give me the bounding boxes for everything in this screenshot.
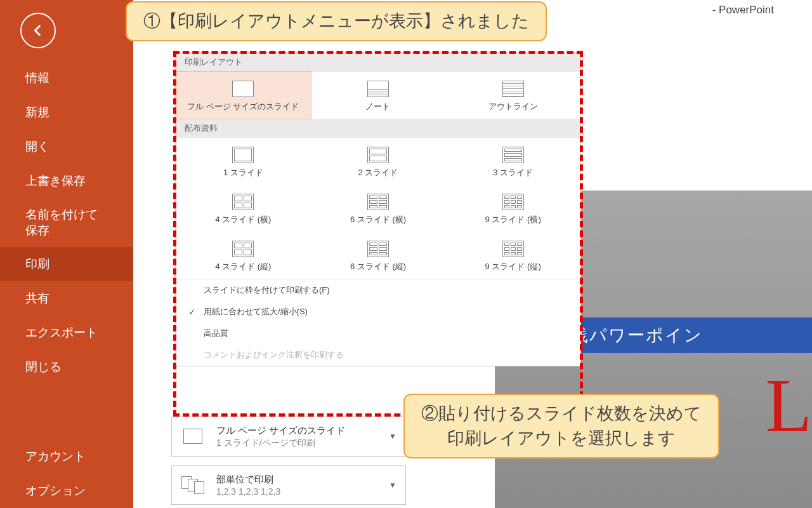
sidebar-item[interactable]: アカウント <box>0 439 133 474</box>
sidebar-item[interactable]: オプション <box>0 474 133 508</box>
sidebar-item[interactable]: 新規 <box>0 95 133 130</box>
option-label: 3 スライド <box>493 167 533 178</box>
handout-option[interactable]: 4 スライド (縦) <box>176 232 311 279</box>
layout-thumb-icon <box>232 81 254 97</box>
annotation-callout-2: ②貼り付けるスライド枚数を決めて 印刷レイアウトを選択します <box>403 394 719 458</box>
handout-thumb-icon <box>232 147 254 163</box>
handout-option[interactable]: 9 スライド (横) <box>445 185 580 232</box>
collate-dropdown[interactable]: 部単位で印刷 1,2,3 1,2,3 1,2,3 ▼ <box>171 465 406 505</box>
slide-decorative-letter: L <box>766 362 812 450</box>
handout-thumb-icon <box>232 241 254 257</box>
sidebar-item[interactable]: 情報 <box>0 61 133 95</box>
handout-option[interactable]: 6 スライド (横) <box>311 185 446 232</box>
option-label: アウトライン <box>488 101 538 112</box>
sidebar-item[interactable]: エクスポート <box>0 316 133 350</box>
handout-option[interactable]: 6 スライド (縦) <box>311 232 446 279</box>
print-option-row[interactable]: スライドに枠を付けて印刷する(F) <box>176 279 580 301</box>
handout-option[interactable]: 2 スライド <box>311 138 446 185</box>
dropdown-line2: 1,2,3 1,2,3 1,2,3 <box>216 486 380 498</box>
collate-icon <box>178 474 207 497</box>
page-icon <box>178 425 207 448</box>
handout-thumb-icon <box>232 194 254 210</box>
handout-thumb-icon <box>502 194 524 210</box>
sidebar-item[interactable]: 印刷 <box>0 247 133 281</box>
print-settings: フル ページ サイズのスライド 1 スライド/ページで印刷 ▼ 部単位で印刷 1… <box>171 417 406 505</box>
handout-thumb-icon <box>367 147 389 163</box>
option-label: 2 スライド <box>358 167 398 178</box>
print-option-row: コメントおよびインク注釈を印刷する <box>176 344 580 366</box>
option-label: 4 スライド (縦) <box>215 261 271 272</box>
annotation-callout-1: ①【印刷レイアウトメニューが表示】されました <box>126 1 547 41</box>
sidebar-item[interactable]: 閉じる <box>0 350 133 384</box>
option-label: 9 スライド (縦) <box>485 261 541 272</box>
dropdown-line1: 部単位で印刷 <box>216 472 380 486</box>
window-title: - PowerPoint <box>712 4 774 17</box>
handout-option[interactable]: 1 スライド <box>176 138 311 185</box>
print-layout-menu: 印刷レイアウト フル ページ サイズのスライドノートアウトライン 配布資料 1 … <box>175 52 581 366</box>
handout-thumb-icon <box>367 241 389 257</box>
section-header-print-layout: 印刷レイアウト <box>176 53 580 72</box>
backstage-sidebar: 情報新規開く上書き保存名前を付けて保存印刷共有エクスポート閉じる アカウントオプ… <box>0 0 133 508</box>
arrow-left-icon <box>29 22 47 39</box>
dropdown-line1: フル ページ サイズのスライド <box>216 424 380 437</box>
layout-option[interactable]: ノート <box>311 72 446 119</box>
option-label: 9 スライド (横) <box>485 214 541 225</box>
option-label: フル ページ サイズのスライド <box>187 101 299 112</box>
layout-option[interactable]: フル ページ サイズのスライド <box>176 72 311 119</box>
section-header-handouts: 配布資料 <box>176 119 580 138</box>
back-button[interactable] <box>20 13 56 48</box>
dropdown-line2: 1 スライド/ページで印刷 <box>216 437 380 450</box>
sidebar-item[interactable]: 名前を付けて保存 <box>0 198 133 247</box>
sidebar-item[interactable]: 共有 <box>0 281 133 316</box>
print-option-row[interactable]: 用紙に合わせて拡大/縮小(S) <box>176 301 580 323</box>
layout-thumb-icon <box>502 81 524 97</box>
option-label: ノート <box>365 101 390 112</box>
layout-dropdown[interactable]: フル ページ サイズのスライド 1 スライド/ページで印刷 ▼ <box>171 417 406 457</box>
sidebar-item[interactable]: 上書き保存 <box>0 164 133 198</box>
option-label: 1 スライド <box>223 167 263 178</box>
layout-option[interactable]: アウトライン <box>445 72 580 119</box>
option-label: 6 スライド (縦) <box>350 261 406 272</box>
option-label: 6 スライド (横) <box>350 214 406 225</box>
handout-option[interactable]: 9 スライド (縦) <box>445 232 580 279</box>
chevron-down-icon: ▼ <box>389 432 399 441</box>
handout-thumb-icon <box>502 147 524 163</box>
sidebar-item[interactable]: 開く <box>0 130 133 164</box>
handout-option[interactable]: 3 スライド <box>445 138 580 185</box>
handout-thumb-icon <box>367 194 389 210</box>
option-label: 4 スライド (横) <box>215 214 271 225</box>
handout-option[interactable]: 4 スライド (横) <box>176 185 311 232</box>
layout-thumb-icon <box>367 81 389 97</box>
handout-thumb-icon <box>502 241 524 257</box>
chevron-down-icon: ▼ <box>389 481 399 490</box>
print-option-row[interactable]: 高品質 <box>176 323 580 344</box>
